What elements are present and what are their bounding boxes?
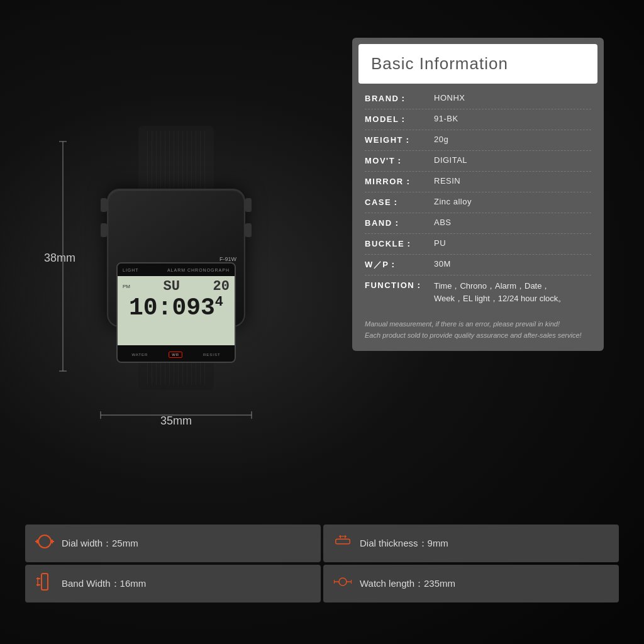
button-left-bottom[interactable]: [101, 223, 107, 237]
info-val-3: DIGITAL: [434, 155, 467, 165]
resist-label: RESIST: [203, 353, 221, 357]
info-card: Basic Information BRAND：HONHXMODEL：91-BK…: [352, 38, 604, 351]
spec-cell-1: Dial thickness：9mm: [323, 525, 619, 562]
main-layout: 38mm 35mm F-91W: [0, 0, 644, 516]
info-key-7: BUCKLE：: [365, 238, 434, 250]
svg-point-23: [339, 578, 347, 586]
screen-top-bar: LIGHT ALARM CHRONOGRAPH: [118, 264, 235, 276]
water-label: WATER: [131, 353, 148, 357]
info-key-3: MOV'T：: [365, 155, 434, 167]
model-label: F-91W: [219, 256, 236, 262]
svg-point-6: [38, 535, 51, 548]
info-row-0: BRAND：HONHX: [365, 89, 591, 109]
info-note-line1: Manual measurement, if there is an error…: [365, 319, 591, 330]
info-val-0: HONHX: [434, 93, 465, 103]
svg-rect-17: [42, 574, 48, 590]
info-val-6: ABS: [434, 218, 452, 227]
info-key-2: WEIGHT：: [365, 135, 434, 146]
info-key-6: BAND：: [365, 218, 434, 229]
info-key-5: CASE：: [365, 197, 434, 208]
watch-length-icon: [333, 572, 352, 595]
time-display: 10:0934: [123, 296, 230, 320]
button-right-bottom[interactable]: [245, 223, 252, 237]
info-row-7: BUCKLE：PU: [365, 234, 591, 255]
info-row-2: WEIGHT：20g: [365, 130, 591, 151]
info-row-8: W／P：30M: [365, 255, 591, 275]
watch-section: 38mm 35mm F-91W: [25, 38, 327, 478]
alarm-chrono-label: ALARM CHRONOGRAPH: [167, 268, 230, 272]
spec-text-1: Dial thickness：9mm: [360, 538, 448, 550]
info-note: Manual measurement, if there is an error…: [352, 314, 604, 341]
day-display: SU: [164, 279, 180, 294]
spec-cell-2: Band Width：16mm: [25, 565, 321, 602]
spec-text-0: Dial width：25mm: [62, 538, 138, 550]
pm-indicator: PM: [123, 284, 130, 289]
bottom-bar: Dial width：25mm Dial thickness：9mm Band …: [0, 522, 644, 605]
info-val-2: 20g: [434, 135, 448, 144]
watch-case: F-91W LIGHT ALARM CHRONOGRAPH PM SU 20: [107, 189, 245, 327]
info-val-4: RESIN: [434, 176, 460, 186]
screen-mid: PM SU 20 10:0934: [118, 276, 235, 345]
info-row-5: CASE：Zinc alloy: [365, 192, 591, 213]
info-val-1: 91-BK: [434, 114, 458, 123]
info-val-5: Zinc alloy: [434, 197, 472, 206]
info-rows: BRAND：HONHXMODEL：91-BKWEIGHT：20gMOV'T：DI…: [352, 84, 604, 314]
date-display: 20: [213, 279, 230, 294]
info-val-7: PU: [434, 238, 446, 248]
button-right-top[interactable]: [245, 198, 252, 212]
info-key-4: MIRROR：: [365, 176, 434, 187]
dial-width-icon: [35, 532, 54, 555]
screen-mid-top: PM SU 20: [123, 279, 230, 294]
info-val-9: Time，Chrono，Alarm，Date， Week，EL light，12…: [434, 280, 566, 304]
spec-cell-3: Watch length：235mm: [323, 565, 619, 602]
info-row-9: FUNCTION：Time，Chrono，Alarm，Date， Week，EL…: [365, 275, 591, 309]
info-row-4: MIRROR：RESIN: [365, 172, 591, 192]
svg-rect-11: [336, 539, 350, 544]
screen-bottom-bar: WATER WR RESIST: [118, 345, 235, 363]
info-key-1: MODEL：: [365, 114, 434, 125]
spec-text-3: Watch length：235mm: [360, 578, 455, 590]
info-note-line2: Each product sold to provide quality ass…: [365, 330, 591, 341]
info-key-0: BRAND：: [365, 93, 434, 104]
dial-thickness-icon: [333, 532, 352, 555]
spec-text-2: Band Width：16mm: [62, 578, 146, 590]
button-left-top[interactable]: [101, 198, 107, 212]
light-label: LIGHT: [123, 268, 139, 272]
wr-badge: WR: [169, 352, 182, 358]
info-row-6: BAND：ABS: [365, 213, 591, 234]
spec-cell-0: Dial width：25mm: [25, 525, 321, 562]
info-title-box: Basic Information: [358, 44, 597, 84]
info-title-text: Basic Information: [371, 54, 585, 74]
info-key-8: W／P：: [365, 259, 434, 270]
watch-body: F-91W LIGHT ALARM CHRONOGRAPH PM SU 20: [88, 126, 264, 390]
watch-screen: LIGHT ALARM CHRONOGRAPH PM SU 20 10:0934: [116, 262, 236, 363]
band-width-icon: [35, 572, 54, 595]
info-val-8: 30M: [434, 259, 451, 269]
info-row-3: MOV'T：DIGITAL: [365, 151, 591, 172]
info-key-9: FUNCTION：: [365, 280, 434, 291]
dim-width-label: 35mm: [160, 414, 192, 428]
info-row-1: MODEL：91-BK: [365, 109, 591, 130]
